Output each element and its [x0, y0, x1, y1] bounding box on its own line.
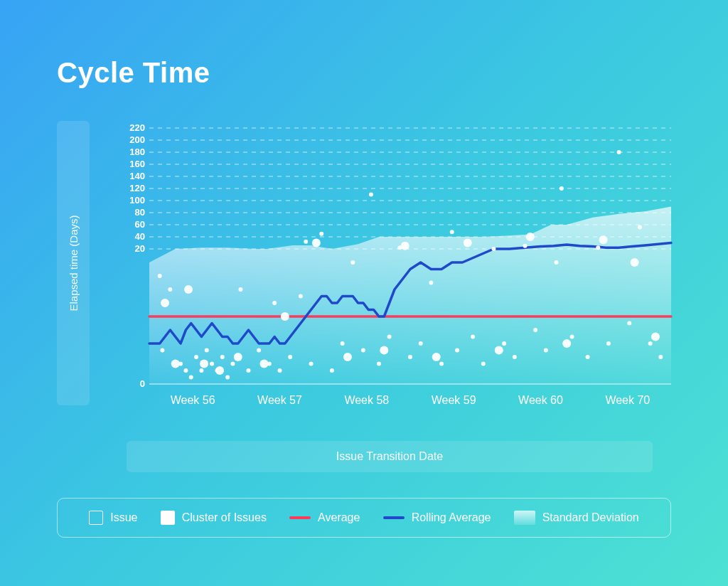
svg-point-29: [599, 235, 608, 244]
legend-label: Issue: [110, 511, 137, 524]
svg-point-26: [495, 346, 503, 355]
svg-point-76: [523, 244, 527, 248]
svg-point-77: [533, 328, 537, 332]
issue-swatch-icon: [89, 511, 103, 525]
svg-point-87: [638, 225, 642, 229]
chart-title: Cycle Time: [57, 57, 210, 89]
chart-svg: 020406080100120140160180200220 Week 56We…: [107, 121, 671, 427]
svg-point-75: [513, 355, 517, 359]
svg-point-62: [377, 362, 381, 366]
svg-point-53: [299, 294, 303, 299]
svg-text:160: 160: [129, 159, 145, 169]
svg-point-84: [606, 341, 611, 346]
legend-label: Cluster of Issues: [182, 511, 267, 524]
legend-label: Rolling Average: [412, 511, 491, 524]
svg-point-17: [234, 353, 242, 361]
svg-point-81: [570, 335, 574, 339]
svg-point-58: [341, 341, 345, 346]
svg-text:Week 56: Week 56: [171, 394, 215, 406]
svg-point-35: [178, 362, 183, 366]
svg-point-60: [361, 348, 365, 353]
svg-point-44: [225, 375, 230, 380]
svg-point-47: [246, 368, 250, 373]
stddev-swatch-icon: [514, 511, 535, 525]
svg-point-56: [319, 232, 323, 236]
svg-point-65: [408, 355, 412, 359]
svg-text:Week 70: Week 70: [605, 394, 650, 406]
svg-point-30: [631, 258, 639, 267]
svg-point-74: [502, 341, 506, 346]
svg-point-22: [380, 346, 388, 355]
svg-point-18: [259, 360, 268, 368]
svg-point-71: [471, 335, 475, 339]
chart-area: Elapsed time (Days) 02040608010012014016…: [57, 121, 671, 427]
svg-point-86: [627, 321, 631, 326]
legend-label: Average: [318, 511, 360, 524]
svg-text:40: 40: [135, 231, 145, 242]
svg-point-38: [194, 355, 198, 359]
svg-point-36: [183, 368, 188, 373]
legend-item-rolling: Rolling Average: [383, 511, 491, 524]
svg-text:Week 57: Week 57: [257, 394, 302, 406]
svg-point-32: [158, 274, 162, 278]
svg-point-59: [350, 260, 355, 265]
svg-text:220: 220: [129, 122, 145, 133]
svg-point-40: [205, 348, 209, 353]
legend: Issue Cluster of Issues Average Rolling …: [57, 498, 671, 538]
svg-point-12: [161, 299, 169, 307]
legend-item-stddev: Standard Deviation: [514, 511, 639, 525]
legend-label: Standard Deviation: [542, 511, 639, 524]
svg-point-39: [199, 368, 203, 373]
svg-point-61: [369, 193, 373, 197]
svg-point-19: [281, 312, 289, 321]
svg-point-67: [429, 281, 433, 285]
svg-text:120: 120: [129, 183, 145, 193]
svg-point-21: [343, 353, 352, 361]
svg-text:140: 140: [129, 171, 145, 181]
svg-point-64: [397, 245, 402, 250]
svg-point-68: [439, 362, 444, 366]
svg-text:0: 0: [140, 378, 145, 389]
svg-point-14: [184, 285, 193, 294]
svg-text:100: 100: [129, 195, 145, 206]
svg-point-50: [272, 301, 277, 305]
svg-point-42: [215, 368, 219, 373]
svg-text:60: 60: [135, 219, 145, 230]
svg-point-78: [544, 348, 548, 353]
svg-point-20: [312, 239, 321, 247]
svg-point-52: [288, 355, 292, 359]
svg-text:20: 20: [135, 243, 145, 254]
svg-point-70: [455, 348, 459, 353]
svg-point-79: [555, 260, 559, 265]
svg-point-48: [257, 348, 261, 353]
svg-point-23: [401, 242, 410, 250]
svg-point-49: [267, 362, 272, 366]
svg-point-46: [238, 287, 242, 292]
x-axis-label-pill: Issue Transition Date: [127, 441, 653, 472]
svg-point-41: [210, 362, 214, 366]
svg-point-43: [220, 355, 225, 359]
svg-point-31: [651, 333, 660, 341]
svg-point-55: [309, 362, 314, 366]
svg-point-33: [168, 287, 172, 292]
svg-text:180: 180: [129, 146, 145, 157]
svg-point-63: [387, 335, 392, 339]
svg-point-54: [304, 240, 308, 244]
average-swatch-icon: [289, 516, 311, 519]
svg-point-69: [450, 230, 454, 234]
svg-text:Week 60: Week 60: [518, 394, 563, 406]
legend-item-issue: Issue: [89, 511, 137, 525]
svg-text:Week 59: Week 59: [432, 394, 476, 406]
y-axis-label: Elapsed time (Days): [68, 215, 80, 311]
svg-point-45: [230, 362, 235, 366]
svg-text:200: 200: [129, 134, 145, 145]
svg-point-28: [562, 339, 571, 348]
svg-point-88: [648, 341, 653, 346]
legend-item-average: Average: [289, 511, 360, 524]
svg-text:80: 80: [135, 207, 145, 218]
svg-point-51: [278, 368, 282, 373]
svg-point-25: [464, 239, 472, 247]
svg-point-85: [617, 150, 621, 154]
cluster-swatch-icon: [161, 511, 175, 525]
svg-point-27: [526, 233, 535, 241]
